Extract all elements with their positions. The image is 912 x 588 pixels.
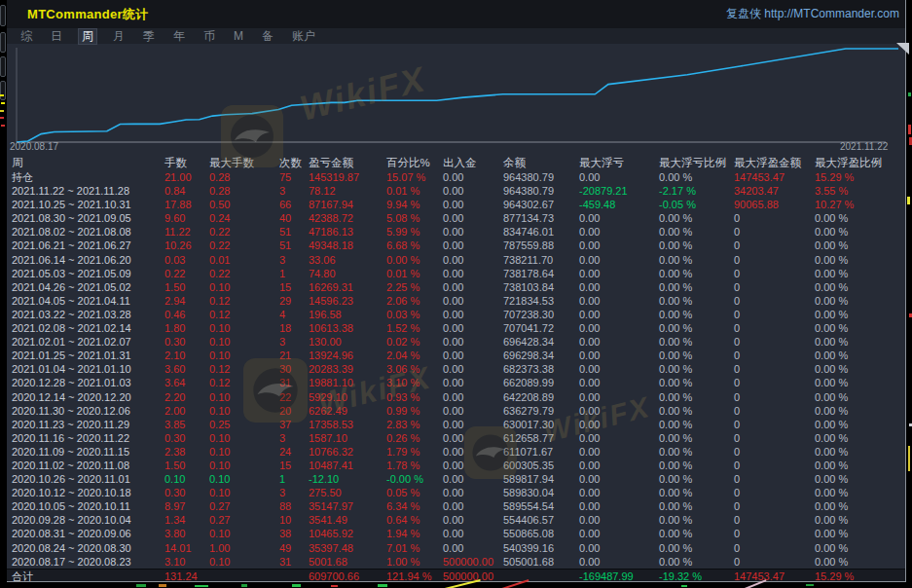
cell-max_float_profit_pct: 0.00 % (813, 253, 905, 267)
cell-balance: 738178.64 (501, 267, 577, 280)
menu-item-年[interactable]: 年 (170, 29, 188, 44)
table-row[interactable]: 2021.04.26 ~ 2021.05.021.500.101516269.3… (7, 280, 905, 294)
cell-max_float_loss: 0.00 (577, 527, 657, 540)
column-header-pnl: 盈亏金额 (307, 156, 384, 170)
cell-period: 2020.08.31 ~ 2020.09.06 (7, 527, 163, 540)
table-row[interactable]: 2020.10.12 ~ 2020.10.180.300.103275.500.… (7, 486, 905, 499)
cell-pnl: 10487.41 (307, 459, 384, 472)
cell-max_float_loss_pct: 0.00 % (657, 225, 732, 239)
table-row[interactable]: 2021.02.08 ~ 2021.02.141.800.101810613.3… (7, 321, 905, 335)
table-row[interactable]: 2021.11.22 ~ 2021.11.280.840.28378.120.0… (7, 184, 905, 198)
cell-pct: 6.34 % (384, 499, 441, 513)
cell-count: 10 (277, 513, 307, 527)
table-row[interactable]: 2020.12.28 ~ 2021.01.033.640.123119881.1… (7, 376, 905, 389)
menu-item-月[interactable]: 月 (110, 29, 128, 44)
menu-item-综[interactable]: 综 (18, 29, 35, 44)
cell-max_float_profit: 0 (732, 211, 813, 225)
cell-max_float_loss: 0.00 (577, 335, 657, 349)
table-row[interactable]: 2021.01.25 ~ 2021.01.312.100.102113924.9… (7, 349, 905, 362)
table-row[interactable]: 2020.09.28 ~ 2020.10.041.340.27103541.49… (7, 513, 905, 527)
cell-balance: 787559.88 (501, 239, 577, 252)
table-row[interactable]: 2020.10.05 ~ 2020.10.118.970.278835147.9… (7, 499, 905, 513)
column-header-count: 次数 (277, 156, 307, 170)
menu-item-币[interactable]: 币 (201, 29, 218, 44)
cell-max_float_loss: 0.00 (577, 418, 657, 431)
cell-balance: 696428.34 (501, 335, 577, 349)
cell-max_float_profit: 0 (732, 541, 813, 555)
cell-deposit: 0.00 (441, 499, 501, 513)
table-row[interactable]: 2021.01.04 ~ 2021.01.103.600.123020283.3… (7, 362, 905, 376)
cell-max_float_loss: 0.00 (577, 253, 657, 267)
cell-pnl: 16269.31 (307, 280, 384, 294)
table-row[interactable]: 2020.11.09 ~ 2020.11.152.380.102410766.3… (7, 445, 905, 459)
cell-period: 2020.11.16 ~ 2020.11.22 (7, 431, 163, 445)
table-row[interactable]: 2021.10.25 ~ 2021.10.3117.880.506687167.… (7, 198, 905, 211)
total-row[interactable]: 合计131.24609700.66121.94 %500000.00-16948… (7, 569, 905, 581)
table-row[interactable]: 2020.08.17 ~ 2020.08.233.100.10315001.68… (7, 555, 905, 569)
table-row[interactable]: 2020.11.16 ~ 2020.11.220.300.1031587.100… (7, 431, 905, 445)
cell-max_float_profit_pct: 0.00 % (813, 404, 905, 418)
cell-pct: 1.52 % (384, 321, 441, 335)
cell-lots: 3.80 (163, 527, 207, 540)
cell-max_float_profit: 147453.47 (732, 570, 813, 581)
table-row[interactable]: 2020.11.23 ~ 2020.11.293.850.253717358.5… (7, 418, 905, 431)
equity-line (17, 49, 898, 142)
table-row[interactable]: 2021.06.21 ~ 2021.06.2710.260.225149348.… (7, 239, 905, 252)
cell-count: 66 (277, 198, 307, 211)
menu-item-账户[interactable]: 账户 (289, 29, 318, 44)
cell-balance: 550865.08 (501, 527, 577, 540)
table-row[interactable]: 持仓21.000.2875145319.8715.07 %0.00964380.… (7, 170, 905, 184)
cell-balance: 738211.70 (501, 253, 577, 267)
cell-balance: 682373.38 (501, 362, 577, 376)
cell-max_float_profit_pct: 0.00 % (813, 486, 905, 499)
cell-max_float_profit_pct: 0.00 % (813, 321, 905, 335)
table-row[interactable]: 2020.08.31 ~ 2020.09.063.800.103810465.9… (7, 527, 905, 540)
table-row[interactable]: 2020.08.24 ~ 2020.08.3014.011.004935397.… (7, 541, 905, 555)
candle-sliver (378, 584, 387, 587)
cell-max_float_loss: 0.00 (577, 225, 657, 239)
cell-period: 2021.01.25 ~ 2021.01.31 (7, 349, 163, 362)
table-row[interactable]: 2021.08.02 ~ 2021.08.0811.220.225147186.… (7, 225, 905, 239)
cell-pct: 6.68 % (384, 239, 441, 252)
table-row[interactable]: 2020.10.26 ~ 2020.11.010.100.101-12.10-0… (7, 472, 905, 486)
cell-period: 2021.02.01 ~ 2021.02.07 (7, 335, 163, 349)
cell-balance: 662089.99 (501, 376, 577, 389)
cell-max_float_profit: 0 (732, 267, 813, 280)
table-row[interactable]: 2021.06.14 ~ 2021.06.200.030.01333.060.0… (7, 253, 905, 267)
table-row[interactable]: 2021.04.05 ~ 2021.04.112.940.122914596.2… (7, 294, 905, 308)
cell-balance: 589817.94 (501, 472, 577, 486)
cell-balance: 611071.67 (501, 445, 577, 459)
menu-item-M[interactable]: M (231, 29, 246, 44)
menu-item-周[interactable]: 周 (78, 28, 97, 45)
menu-item-备[interactable]: 备 (259, 29, 276, 44)
cell-deposit: 0.00 (441, 445, 501, 459)
cell-max_lots: 0.10 (207, 321, 277, 335)
cell-count: 1 (277, 472, 307, 486)
table-row[interactable]: 2021.03.22 ~ 2021.03.280.460.124196.580.… (7, 308, 905, 321)
cell-max_lots: 0.27 (207, 513, 277, 527)
cell-max_lots: 0.10 (207, 431, 277, 445)
cell-period: 2020.09.28 ~ 2020.10.04 (7, 513, 163, 527)
table-row[interactable]: 2020.11.02 ~ 2020.11.081.500.101510487.4… (7, 459, 905, 472)
cell-lots: 0.22 (163, 267, 207, 280)
cell-count: 18 (277, 321, 307, 335)
app-title: MTCommander统计 (27, 6, 149, 23)
table-row[interactable]: 2021.08.30 ~ 2021.09.059.600.244042388.7… (7, 211, 905, 225)
table-row[interactable]: 2021.05.03 ~ 2021.05.090.220.22174.800.0… (7, 267, 905, 280)
cell-max_float_loss_pct: 0.00 % (657, 211, 732, 225)
column-header-max_float_loss: 最大浮亏 (577, 156, 657, 170)
brand-link[interactable]: 复盘侠 http://MTCommander.com (726, 6, 899, 22)
table-row[interactable]: 2021.02.01 ~ 2021.02.070.300.103130.000.… (7, 335, 905, 349)
menu-bar: 综日周月季年币M备账户 (7, 28, 905, 44)
column-header-lots: 手数 (163, 156, 207, 170)
cell-deposit: 0.00 (441, 253, 501, 267)
cell-max_float_profit_pct: 0.00 % (813, 267, 905, 280)
cell-count: 51 (277, 225, 307, 239)
screen: { "window": { "title": "MTCommander统计", … (0, 0, 912, 588)
cell-max_float_profit: 0 (732, 280, 813, 294)
cell-max_float_loss: 0.00 (577, 472, 657, 486)
table-row[interactable]: 2020.11.30 ~ 2020.12.062.000.10206262.49… (7, 404, 905, 418)
menu-item-季[interactable]: 季 (140, 29, 158, 44)
menu-item-日[interactable]: 日 (48, 29, 65, 44)
table-row[interactable]: 2020.12.14 ~ 2020.12.202.200.10225929.10… (7, 390, 905, 404)
